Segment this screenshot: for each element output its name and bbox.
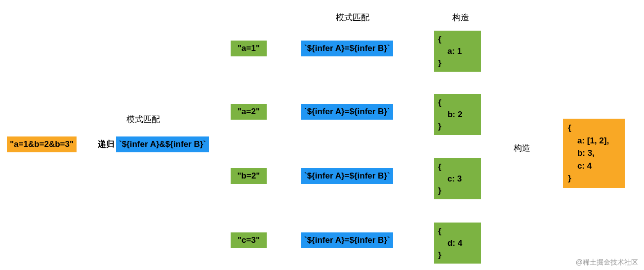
result-row-3: { d: 4 } (434, 223, 481, 264)
result-row-0: { a: 1 } (434, 31, 481, 72)
recursion-prefix: 递归 (98, 138, 115, 150)
result-header: 构造 (452, 12, 469, 23)
middle-header: 模式匹配 (336, 12, 369, 23)
result-row-2: { c: 3 } (434, 158, 481, 199)
final-header: 构造 (514, 142, 530, 154)
pattern-row-0: `${infer A}=${infer B}` (301, 41, 393, 56)
token-row-1: "a=2" (231, 104, 267, 120)
token-row-0: "a=1" (231, 41, 267, 56)
pattern-row-2: `${infer A}=${infer B}` (301, 168, 393, 184)
recursion-header: 模式匹配 (126, 114, 160, 125)
token-row-3: "c=3" (231, 232, 267, 248)
input-string: "a=1&b=2&b=3" (7, 136, 77, 152)
recursion-pattern: `${infer A}&${infer B}` (116, 136, 209, 152)
token-row-2: "b=2" (231, 168, 267, 184)
pattern-row-3: `${infer A}=${infer B}` (301, 232, 393, 248)
watermark: @稀土掘金技术社区 (576, 258, 638, 267)
pattern-row-1: `${infer A}=${infer B}` (301, 104, 393, 120)
result-row-1: { b: 2 } (434, 94, 481, 135)
final-result: { a: [1, 2], b: 3, c: 4 } (563, 119, 625, 188)
